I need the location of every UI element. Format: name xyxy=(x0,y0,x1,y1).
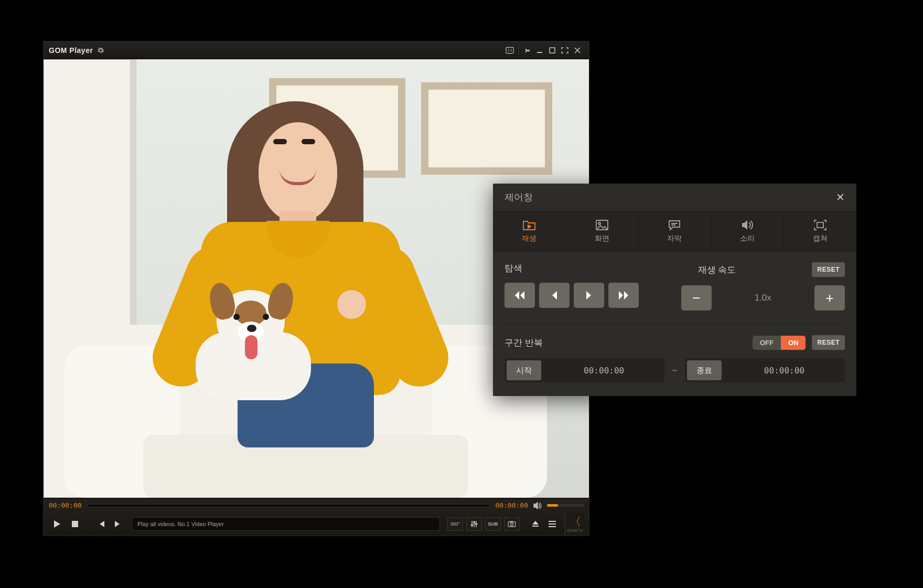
seek-row: 00:00:00 00:00:00 xyxy=(44,498,589,512)
speed-value: 1.0x xyxy=(712,293,815,303)
loop-end-time: 00:00:00 xyxy=(724,366,845,376)
next-button[interactable] xyxy=(111,517,125,531)
loop-end-button[interactable]: 종료 xyxy=(687,360,722,380)
control-panel-window: 제어창 ✕ 재생 화면 자막 소리 캡쳐 탐색 xyxy=(493,184,856,396)
playlist-expand-button[interactable]: 〈 GOMTV xyxy=(565,512,585,536)
volume-icon[interactable] xyxy=(533,502,542,509)
tab-sound[interactable]: 소리 xyxy=(711,211,784,251)
close-icon[interactable] xyxy=(571,44,584,57)
time-current: 00:00:00 xyxy=(49,501,82,509)
loop-start-box: 시작 00:00:00 xyxy=(505,358,664,382)
svg-point-15 xyxy=(598,222,600,224)
speaker-icon xyxy=(740,219,754,231)
svg-point-7 xyxy=(476,523,477,525)
svg-rect-13 xyxy=(549,526,556,527)
capture-icon xyxy=(813,219,827,231)
stop-button[interactable] xyxy=(68,517,82,531)
status-text: Play all videos. No.1 Video Player xyxy=(132,517,440,531)
loop-reset-button[interactable]: RESET xyxy=(812,335,845,350)
svg-text:1:1: 1:1 xyxy=(508,48,512,52)
tab-play[interactable]: 재생 xyxy=(493,211,566,251)
svg-rect-3 xyxy=(550,48,555,53)
seek-forward-button[interactable] xyxy=(574,283,604,308)
loop-toggle[interactable]: OFF ON xyxy=(753,336,806,350)
svg-rect-4 xyxy=(72,521,78,527)
screenshot-button[interactable] xyxy=(504,517,520,531)
svg-rect-8 xyxy=(508,522,516,527)
fullscreen-icon[interactable] xyxy=(559,44,571,57)
loop-start-time: 00:00:00 xyxy=(543,366,664,376)
svg-point-9 xyxy=(511,523,513,526)
svg-rect-11 xyxy=(549,521,556,522)
maximize-icon[interactable] xyxy=(546,44,559,57)
minimize-icon[interactable] xyxy=(533,44,546,57)
controls-row: Play all videos. No.1 Video Player 360° … xyxy=(44,512,589,536)
loop-toggle-off[interactable]: OFF xyxy=(753,336,781,350)
loop-toggle-on[interactable]: ON xyxy=(781,336,806,350)
volume-slider[interactable] xyxy=(547,504,584,507)
vr-button[interactable]: 360° xyxy=(447,517,463,531)
speed-section-label: 재생 속도 xyxy=(698,264,736,276)
control-panel-body: 탐색 재생 속도 RESET − 1.0x + xyxy=(493,252,856,396)
svg-point-5 xyxy=(471,525,473,526)
tab-subtitle[interactable]: 자막 xyxy=(639,211,712,251)
equalizer-button[interactable] xyxy=(466,517,482,531)
seek-back-button[interactable] xyxy=(539,283,570,308)
pin-icon[interactable] xyxy=(521,44,533,57)
chat-icon xyxy=(668,219,681,231)
menu-button[interactable] xyxy=(545,517,560,531)
seek-track[interactable] xyxy=(87,504,490,507)
tab-screen[interactable]: 화면 xyxy=(566,211,639,251)
separator-icon xyxy=(518,46,519,55)
speed-increase-button[interactable]: + xyxy=(814,285,845,311)
svg-rect-12 xyxy=(549,523,556,525)
image-icon xyxy=(595,219,609,231)
titlebar: GOM Player 1:1 xyxy=(44,41,589,59)
bottom-bar: 00:00:00 00:00:00 Play all videos. No.1 … xyxy=(44,498,589,536)
control-panel-titlebar: 제어창 ✕ xyxy=(493,184,856,211)
subtitle-button[interactable]: SUB xyxy=(485,517,501,531)
previous-button[interactable] xyxy=(94,517,109,531)
speed-reset-button[interactable]: RESET xyxy=(812,262,845,277)
speed-decrease-button[interactable]: − xyxy=(681,285,712,311)
eject-button[interactable] xyxy=(528,517,543,531)
divider xyxy=(505,324,845,325)
time-total: 00:00:00 xyxy=(495,501,528,509)
tilde-separator: ~ xyxy=(672,365,678,376)
play-button[interactable] xyxy=(48,517,66,531)
seek-back-fast-button[interactable] xyxy=(505,283,535,308)
seek-section-label: 탐색 xyxy=(505,262,522,274)
control-panel-tabs: 재생 화면 자막 소리 캡쳐 xyxy=(493,211,856,252)
control-panel-title: 제어창 xyxy=(505,191,533,204)
app-brand: GOM Player xyxy=(49,46,93,55)
svg-rect-10 xyxy=(510,521,512,522)
folder-play-icon xyxy=(522,219,536,231)
aspect-ratio-icon[interactable]: 1:1 xyxy=(503,44,516,57)
loop-start-button[interactable]: 시작 xyxy=(507,360,541,380)
gear-icon[interactable] xyxy=(97,47,104,54)
close-icon[interactable]: ✕ xyxy=(836,191,845,204)
loop-section-label: 구간 반복 xyxy=(505,337,543,349)
chevron-left-icon: 〈 xyxy=(570,516,581,528)
svg-rect-2 xyxy=(537,52,542,53)
seek-forward-fast-button[interactable] xyxy=(608,283,639,308)
svg-rect-16 xyxy=(817,222,823,228)
loop-end-box: 종료 00:00:00 xyxy=(685,358,845,382)
tab-capture[interactable]: 캡쳐 xyxy=(784,211,856,251)
svg-point-6 xyxy=(474,522,475,523)
